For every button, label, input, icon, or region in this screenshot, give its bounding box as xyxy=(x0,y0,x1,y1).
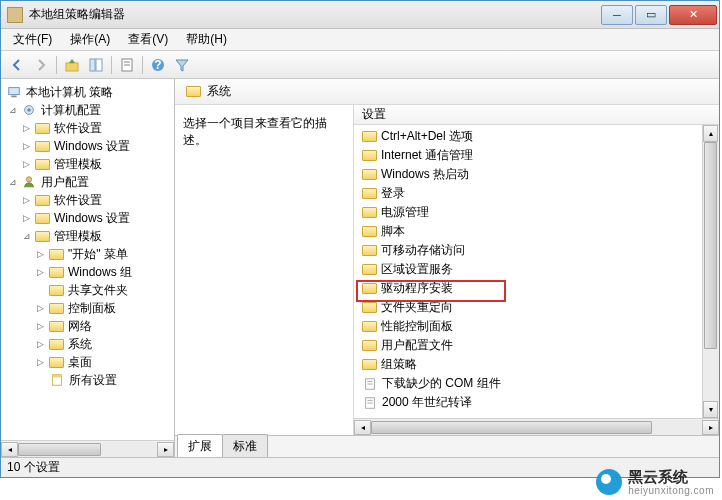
expand-icon[interactable]: ▷ xyxy=(21,213,32,223)
folder-icon xyxy=(49,285,64,296)
tree-item[interactable]: ⊿管理模板 xyxy=(1,227,174,245)
list-item-label: 登录 xyxy=(381,185,405,202)
list-item-label: 电源管理 xyxy=(381,204,429,221)
help-button[interactable]: ? xyxy=(146,54,170,76)
list-item[interactable]: 2000 年世纪转译 xyxy=(358,393,702,412)
tree-root[interactable]: 本地计算机 策略 xyxy=(1,83,174,101)
expand-icon[interactable]: ▷ xyxy=(21,195,32,205)
list-item[interactable]: 区域设置服务 xyxy=(358,260,702,279)
list-item[interactable]: 可移动存储访问 xyxy=(358,241,702,260)
folder-icon xyxy=(362,188,377,199)
titlebar[interactable]: 本地组策略编辑器 ─ ▭ ✕ xyxy=(1,1,719,29)
list-item[interactable]: Windows 热启动 xyxy=(358,165,702,184)
folder-icon xyxy=(362,340,377,351)
tree-user-config[interactable]: ⊿用户配置 xyxy=(1,173,174,191)
expand-icon[interactable]: ▷ xyxy=(21,123,32,133)
expand-icon[interactable]: ▷ xyxy=(35,321,46,331)
scroll-up-button[interactable]: ▴ xyxy=(703,125,718,142)
list-item[interactable]: 下载缺少的 COM 组件 xyxy=(358,374,702,393)
tree-item[interactable]: ▷管理模板 xyxy=(1,155,174,173)
list-item[interactable]: Internet 通信管理 xyxy=(358,146,702,165)
status-text: 10 个设置 xyxy=(7,459,60,476)
tree-item[interactable]: ▷桌面 xyxy=(1,353,174,371)
scroll-thumb[interactable] xyxy=(18,443,101,456)
folder-icon xyxy=(362,169,377,180)
scroll-thumb[interactable] xyxy=(704,142,717,349)
list-item[interactable]: 性能控制面板 xyxy=(358,317,702,336)
folder-icon xyxy=(362,245,377,256)
show-hide-button[interactable] xyxy=(84,54,108,76)
list-item[interactable]: 登录 xyxy=(358,184,702,203)
tree-item[interactable]: ▷软件设置 xyxy=(1,191,174,209)
properties-button[interactable] xyxy=(115,54,139,76)
scroll-left-button[interactable]: ◂ xyxy=(1,442,18,457)
list-item[interactable]: 组策略 xyxy=(358,355,702,374)
collapse-icon[interactable]: ⊿ xyxy=(7,105,18,115)
list-item-label: 下载缺少的 COM 组件 xyxy=(382,375,501,392)
menu-action[interactable]: 操作(A) xyxy=(62,29,118,50)
folder-icon xyxy=(49,249,64,260)
expand-icon[interactable]: ▷ xyxy=(35,339,46,349)
tab-standard[interactable]: 标准 xyxy=(222,434,268,457)
tree-item[interactable]: 所有设置 xyxy=(1,371,174,389)
menu-help[interactable]: 帮助(H) xyxy=(178,29,235,50)
back-button[interactable] xyxy=(5,54,29,76)
tree-item[interactable]: ▷Windows 设置 xyxy=(1,137,174,155)
tree-item[interactable]: 共享文件夹 xyxy=(1,281,174,299)
watermark-logo-icon xyxy=(596,469,622,495)
folder-icon xyxy=(35,141,50,152)
list-vscrollbar[interactable]: ▴ ▾ xyxy=(702,125,719,418)
tab-extended[interactable]: 扩展 xyxy=(177,434,223,457)
user-icon xyxy=(21,175,37,189)
tree-item[interactable]: ▷"开始" 菜单 xyxy=(1,245,174,263)
list-item-label: Windows 热启动 xyxy=(381,166,469,183)
tree-item[interactable]: ▷控制面板 xyxy=(1,299,174,317)
svg-rect-14 xyxy=(53,375,62,378)
list-item[interactable]: Ctrl+Alt+Del 选项 xyxy=(358,127,702,146)
scroll-right-button[interactable]: ▸ xyxy=(157,442,174,457)
watermark: 黑云系统 heiyunxitong.com xyxy=(596,469,714,497)
filter-button[interactable] xyxy=(170,54,194,76)
minimize-button[interactable]: ─ xyxy=(601,5,633,25)
expand-icon[interactable]: ▷ xyxy=(21,159,32,169)
menu-view[interactable]: 查看(V) xyxy=(120,29,176,50)
scroll-right-button[interactable]: ▸ xyxy=(702,420,719,435)
list-item[interactable]: 用户配置文件 xyxy=(358,336,702,355)
tree-hscrollbar[interactable]: ◂ ▸ xyxy=(1,440,174,457)
expand-icon[interactable]: ▷ xyxy=(21,141,32,151)
page-icon xyxy=(49,373,65,387)
column-header-setting[interactable]: 设置 xyxy=(354,105,719,125)
maximize-button[interactable]: ▭ xyxy=(635,5,667,25)
tree-item[interactable]: ▷Windows 组 xyxy=(1,263,174,281)
tabs: 扩展 标准 xyxy=(175,435,719,457)
tree-computer-config[interactable]: ⊿计算机配置 xyxy=(1,101,174,119)
tree-item[interactable]: ▷系统 xyxy=(1,335,174,353)
svg-point-11 xyxy=(27,108,31,112)
folder-icon xyxy=(35,123,50,134)
tree-item[interactable]: ▷Windows 设置 xyxy=(1,209,174,227)
scroll-thumb[interactable] xyxy=(371,421,652,434)
list-item[interactable]: 电源管理 xyxy=(358,203,702,222)
scroll-left-button[interactable]: ◂ xyxy=(354,420,371,435)
svg-rect-0 xyxy=(66,63,78,71)
expand-icon[interactable]: ▷ xyxy=(35,249,46,259)
expand-icon[interactable]: ▷ xyxy=(35,303,46,313)
list-hscrollbar[interactable]: ◂ ▸ xyxy=(354,418,719,435)
settings-list[interactable]: Ctrl+Alt+Del 选项Internet 通信管理Windows 热启动登… xyxy=(354,125,702,418)
folder-icon xyxy=(362,264,377,275)
toolbar: ? xyxy=(1,51,719,79)
collapse-icon[interactable]: ⊿ xyxy=(7,177,18,187)
expand-icon[interactable]: ▷ xyxy=(35,357,46,367)
expand-icon[interactable]: ▷ xyxy=(35,267,46,277)
tree-item[interactable]: ▷软件设置 xyxy=(1,119,174,137)
list-item[interactable]: 脚本 xyxy=(358,222,702,241)
tree-item[interactable]: ▷网络 xyxy=(1,317,174,335)
svg-rect-1 xyxy=(90,59,95,71)
menu-file[interactable]: 文件(F) xyxy=(5,29,60,50)
close-button[interactable]: ✕ xyxy=(669,5,717,25)
tree[interactable]: 本地计算机 策略 ⊿计算机配置 ▷软件设置 ▷Windows 设置 ▷管理模板 … xyxy=(1,79,174,440)
forward-button[interactable] xyxy=(29,54,53,76)
scroll-down-button[interactable]: ▾ xyxy=(703,401,718,418)
up-button[interactable] xyxy=(60,54,84,76)
collapse-icon[interactable]: ⊿ xyxy=(21,231,32,241)
